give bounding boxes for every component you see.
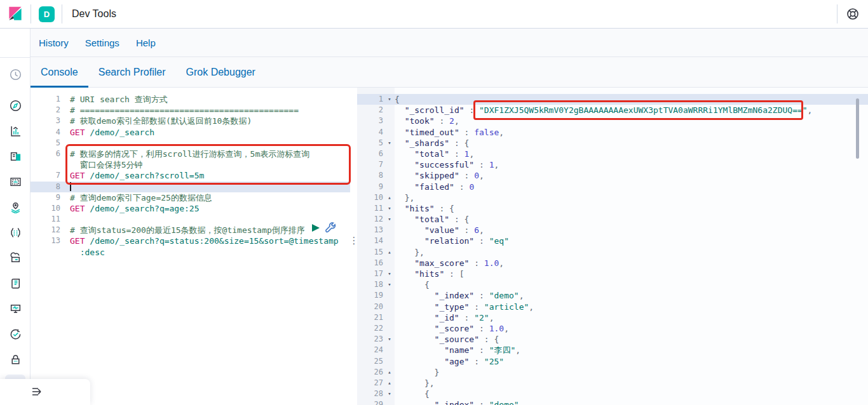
code-text: GET /demo/_search <box>65 127 350 138</box>
code-line[interactable]: 28▾{ <box>357 388 868 399</box>
code-line[interactable]: 20"_type" : "article", <box>357 302 868 312</box>
code-line[interactable]: 29"_index" : "demo", <box>357 399 868 405</box>
kibana-logo[interactable] <box>0 0 31 29</box>
fold-toggle-icon[interactable]: ▾ <box>384 388 395 399</box>
sidebar-item-dashboard[interactable] <box>5 146 25 166</box>
code-line[interactable]: 24"name" : "李四", <box>357 345 868 355</box>
code-line[interactable]: 8 <box>31 182 350 192</box>
expand-nav-button[interactable] <box>31 384 49 399</box>
fold-toggle-icon[interactable]: ▾ <box>384 203 395 214</box>
response-scrollbar[interactable] <box>856 98 859 159</box>
code-text: 窗口会保持5分钟 <box>65 159 350 170</box>
code-line[interactable]: 7GET /demo/_search?scroll=5m <box>31 170 350 181</box>
code-line[interactable]: 26▴} <box>357 367 868 378</box>
code-text: :desc <box>65 247 350 258</box>
fold-toggle-icon[interactable]: ▾ <box>384 334 395 345</box>
tab-grok-debugger[interactable]: Grok Debugger <box>176 57 266 87</box>
code-line[interactable]: 9# 查询demo索引下age=25的数据信息 <box>31 192 350 203</box>
line-number <box>31 247 65 258</box>
code-text: }, <box>395 378 868 388</box>
line-number: 21 <box>357 312 384 323</box>
code-line[interactable]: 8"skipped" : 0, <box>357 170 868 181</box>
code-line[interactable]: 10▴}, <box>357 192 868 203</box>
fold-toggle-icon[interactable]: ▾ <box>384 138 395 149</box>
sidebar-item-uptime[interactable] <box>5 298 25 319</box>
sidebar-item-machine-learning[interactable] <box>5 222 25 242</box>
code-line[interactable]: 12▾"total" : { <box>357 214 868 225</box>
code-line[interactable]: 14"relation" : "eq" <box>357 236 868 246</box>
code-line[interactable]: 12# 查询status=200的最近15条数据，按@timestamp倒序排序 <box>31 225 350 236</box>
code-line[interactable]: 4"timed_out" : false, <box>357 127 868 138</box>
send-request-button[interactable] <box>311 222 322 234</box>
code-line[interactable]: 7"successful" : 1, <box>357 159 868 170</box>
code-line[interactable]: 21"_id" : "2", <box>357 312 868 323</box>
request-options-button[interactable] <box>323 220 337 234</box>
code-line[interactable]: 3"took" : 2, <box>357 116 868 126</box>
code-line[interactable]: 2# =====================================… <box>31 105 350 116</box>
sidebar-item-siem[interactable] <box>5 349 25 369</box>
request-editor[interactable]: 1# URI search 查询方式2# ===================… <box>31 88 350 405</box>
code-line[interactable]: 25"age" : "25" <box>357 356 868 367</box>
line-number: 27 <box>357 378 384 388</box>
code-line[interactable]: 1# URI search 查询方式 <box>31 94 350 105</box>
fold-toggle-icon[interactable]: ▾ <box>384 269 395 279</box>
sidebar-item-metrics[interactable] <box>5 248 25 268</box>
menu-item-help[interactable]: Help <box>136 37 156 48</box>
tab-search-profiler[interactable]: Search Profiler <box>88 57 176 87</box>
code-line[interactable]: 9"failed" : 0 <box>357 182 868 192</box>
code-line[interactable]: 13"value" : 6, <box>357 225 868 236</box>
code-line[interactable]: :desc <box>31 247 350 258</box>
sidebar-item-maps[interactable] <box>5 197 25 217</box>
line-number: 6 <box>357 149 384 159</box>
code-line[interactable]: 17▾"hits" : [ <box>357 269 868 279</box>
sidebar-item-visualize[interactable] <box>5 121 25 141</box>
code-line[interactable]: 1▾{ <box>357 94 868 105</box>
fold-spacer <box>384 356 395 367</box>
line-number: 4 <box>357 127 384 138</box>
fold-spacer <box>384 170 395 181</box>
code-line[interactable]: 10GET /demo/_search?q=age:25 <box>31 203 350 214</box>
fold-toggle-icon[interactable]: ▴ <box>384 247 395 258</box>
text-cursor <box>70 182 71 191</box>
code-line[interactable]: 22"_score" : 1.0, <box>357 323 868 334</box>
code-line[interactable]: 3# 获取demo索引全部数据(默认返回前10条数据) <box>31 116 350 126</box>
code-line[interactable]: 27▴}, <box>357 378 868 388</box>
sidebar-item-apm[interactable] <box>5 324 25 344</box>
sidebar-item-canvas[interactable] <box>5 171 25 192</box>
sidebar-item-discover[interactable] <box>5 95 25 116</box>
code-line[interactable]: 4GET /demo/_search <box>31 127 350 138</box>
menu-item-settings[interactable]: Settings <box>85 37 119 48</box>
sidebar-item-logs[interactable] <box>5 273 25 293</box>
fold-spacer <box>384 290 395 301</box>
line-number: 2 <box>357 105 384 116</box>
code-line[interactable]: 18▾{ <box>357 279 868 290</box>
fold-toggle-icon[interactable]: ▴ <box>384 192 395 203</box>
fold-toggle-icon[interactable]: ▾ <box>384 94 395 105</box>
menu-item-history[interactable]: History <box>39 37 69 48</box>
line-number: 11 <box>357 203 384 214</box>
help-button[interactable] <box>837 0 868 29</box>
code-line[interactable]: 6"total" : 1, <box>357 149 868 159</box>
fold-toggle-icon[interactable]: ▾ <box>384 214 395 225</box>
code-line[interactable]: 15▴}, <box>357 247 868 258</box>
fold-toggle-icon[interactable]: ▴ <box>384 367 395 378</box>
code-line[interactable]: 19"_index" : "demo", <box>357 290 868 301</box>
space-avatar[interactable]: D <box>39 6 55 22</box>
code-line[interactable]: 6# 数据多的情况下，利用scroll进行游标查询，5m表示游标查询 <box>31 149 350 159</box>
code-line[interactable]: 窗口会保持5分钟 <box>31 159 350 170</box>
code-line[interactable]: 11▾"hits" : { <box>357 203 868 214</box>
code-line[interactable]: 23▾"_source" : { <box>357 334 868 345</box>
code-line[interactable]: 5▾"_shards" : { <box>357 138 868 149</box>
fold-toggle-icon[interactable]: ▾ <box>384 279 395 290</box>
sidebar-item-recently-viewed[interactable] <box>5 64 25 84</box>
response-viewer[interactable]: 1▾{2"_scroll_id" : "DXF1ZXJ5QW5kRmV0Y2gB… <box>357 88 868 405</box>
code-text: }, <box>395 192 868 203</box>
code-line[interactable]: 11 <box>31 214 350 225</box>
code-line[interactable]: 5 <box>31 138 350 149</box>
code-line[interactable]: 2"_scroll_id" : "DXF1ZXJ5QW5kRmV0Y2gBAAA… <box>357 105 868 116</box>
tab-console[interactable]: Console <box>31 57 88 87</box>
code-line[interactable]: 13GET /demo/_search?q=status:200&size=15… <box>31 236 350 246</box>
code-line[interactable]: 16"max_score" : 1.0, <box>357 258 868 269</box>
fold-toggle-icon[interactable]: ▴ <box>384 378 395 388</box>
panel-resize-handle[interactable]: ⋮ <box>349 237 359 254</box>
